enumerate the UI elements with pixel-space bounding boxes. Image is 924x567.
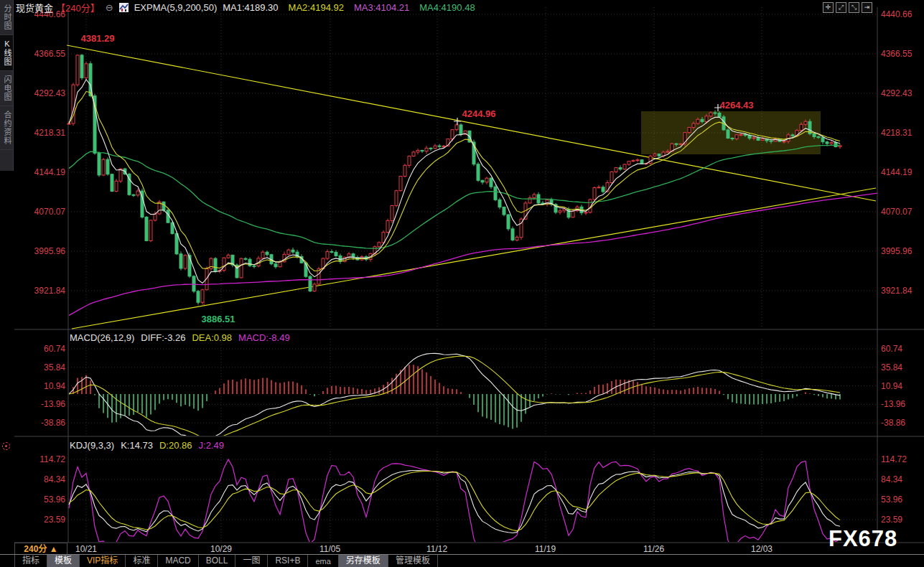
- ma1-value: MA1:4189.30: [223, 2, 278, 13]
- macd-header: MACD(26,12,9)DIFF:-3.26DEA:0.98MACD:-8.4…: [70, 332, 297, 343]
- kdj-header-segment: K:14.73: [121, 440, 153, 451]
- fractal-arrow-icon[interactable]: ↓: [202, 299, 206, 306]
- toolbar-tab-11[interactable]: 管理模板: [388, 555, 438, 567]
- minus-circle-icon[interactable]: ⊖: [106, 2, 113, 13]
- price-axis-label[interactable]: 4144.19: [881, 167, 912, 177]
- macd-axis-label[interactable]: -38.86: [881, 418, 905, 428]
- macd-axis-label[interactable]: 10.94: [15, 381, 65, 391]
- date-label[interactable]: 11/19: [535, 544, 556, 554]
- price-axis-label[interactable]: 4292.43: [881, 88, 912, 98]
- kdj-header-segment: KDJ(9,3,3): [70, 440, 114, 451]
- toolbar-tab-3[interactable]: VIP指标: [80, 555, 126, 567]
- kdj-axis-label[interactable]: 23.59: [15, 515, 65, 525]
- kdj-header: KDJ(9,3,3)K:14.73D:20.86J:2.49: [70, 440, 230, 451]
- macd-axis-label[interactable]: -13.96: [881, 399, 905, 409]
- period-selector-label: 240分: [24, 544, 47, 554]
- macd-header-segment: MACD(26,12,9): [70, 332, 134, 343]
- date-label[interactable]: 10/29: [210, 544, 232, 554]
- kdj-header-segment: J:2.49: [199, 440, 224, 451]
- price-annotation[interactable]: 3886.51: [202, 314, 235, 324]
- date-label[interactable]: 10/21: [75, 544, 97, 554]
- kdj-axis-label[interactable]: 114.72: [881, 454, 907, 464]
- kdj-axis-label[interactable]: 53.96: [881, 495, 902, 505]
- price-axis-label[interactable]: 4366.55: [881, 49, 912, 59]
- ma4-value: MA4:4190.48: [419, 2, 475, 13]
- window-toolbar-icons: ✛⤢⤡⇥: [823, 2, 872, 13]
- price-axis-label[interactable]: 4218.31: [15, 128, 65, 138]
- macd-axis-label[interactable]: 60.74: [15, 344, 65, 354]
- kdj-header-segment: D:20.86: [159, 440, 192, 451]
- toolbar-tab-5[interactable]: MACD: [158, 555, 198, 567]
- kdj-axis-label[interactable]: 53.96: [15, 495, 65, 505]
- kdj-axis-label[interactable]: 23.59: [881, 515, 902, 525]
- macd-axis-label[interactable]: -38.86: [15, 418, 65, 428]
- price-axis-label[interactable]: 3995.96: [881, 246, 912, 256]
- toolbar-tab-6[interactable]: BOLL: [199, 555, 236, 567]
- macd-axis-label[interactable]: 35.84: [15, 362, 65, 372]
- period-label: 【240分】: [56, 1, 100, 14]
- price-annotation[interactable]: 4381.29: [81, 33, 115, 44]
- price-axis-label[interactable]: 4366.55: [15, 49, 65, 59]
- price-axis-label[interactable]: 3995.96: [15, 246, 65, 256]
- kdj-axis-label[interactable]: 114.72: [15, 454, 65, 464]
- kline-chart-icon[interactable]: [119, 3, 129, 12]
- kdj-axis-label[interactable]: 84.34: [15, 474, 65, 484]
- period-up-arrow-icon: ▲: [50, 544, 58, 554]
- watermark: FX678: [829, 526, 897, 552]
- macd-axis-label[interactable]: 35.84: [881, 362, 902, 372]
- macd-axis-label[interactable]: 60.74: [881, 344, 902, 354]
- pan-right-icon[interactable]: ⇥: [862, 2, 872, 13]
- ma2-value: MA2:4194.92: [289, 2, 344, 13]
- macd-header-segment: DIFF:-3.26: [141, 332, 185, 343]
- macd-header-segment: MACD:-8.49: [238, 332, 290, 343]
- symbol-title: 现货黄金: [16, 1, 53, 14]
- indicator-name: EXPMA(5,9,200,50): [134, 2, 218, 13]
- y-axis-zoom-icon[interactable]: ⤡: [849, 2, 859, 13]
- macd-header-segment: DEA:0.98: [192, 332, 232, 343]
- price-axis-label[interactable]: 4144.19: [15, 167, 65, 177]
- toolbar-tab-1[interactable]: 指标: [14, 555, 47, 567]
- price-axis-label[interactable]: 4218.31: [881, 128, 912, 138]
- price-axis-label[interactable]: 4070.07: [15, 207, 65, 217]
- price-annotation[interactable]: 4264.43: [720, 100, 754, 111]
- toolbar-tab-4[interactable]: 标准: [126, 555, 158, 567]
- toolbar-tab-8[interactable]: RSI+B: [268, 555, 308, 567]
- macd-axis-label[interactable]: -13.96: [15, 399, 65, 409]
- kdj-axis-label[interactable]: 84.34: [881, 474, 902, 484]
- chart-header: 现货黄金 【240分】 ⊖ EXPMA(5,9,200,50) MA1:4189…: [16, 0, 924, 14]
- toolbar-tab-2[interactable]: 模板: [47, 555, 80, 567]
- crosshair-icon[interactable]: ✛: [823, 2, 834, 13]
- price-axis-label[interactable]: 4292.43: [15, 88, 65, 98]
- indicator-toggle-icon[interactable]: [2, 442, 10, 450]
- ma3-value: MA3:4104.21: [354, 2, 409, 13]
- bottom-toolbar: 指标模板VIP指标标准MACDBOLL一图RSI+Bema另存模板管理模板: [0, 554, 924, 567]
- date-label[interactable]: 12/03: [751, 544, 773, 554]
- date-label[interactable]: 11/26: [643, 544, 664, 554]
- price-axis-label[interactable]: 4070.07: [881, 207, 912, 217]
- price-chart-canvas[interactable]: [0, 0, 924, 567]
- toolbar-tab-10[interactable]: 另存模板: [339, 555, 388, 567]
- toolbar-tab-7[interactable]: 一图: [235, 555, 268, 567]
- app-window: 分时图K线图闪电图合约资料 现货黄金 【240分】 ⊖ EXPMA(5,9,20…: [0, 0, 924, 567]
- toolbar-tab-9[interactable]: ema: [308, 555, 338, 567]
- macd-axis-label[interactable]: 10.94: [881, 381, 902, 391]
- price-axis-label[interactable]: 3921.84: [881, 286, 912, 296]
- x-axis-zoom-icon[interactable]: ⤢: [836, 2, 846, 13]
- price-annotation[interactable]: 4244.96: [462, 108, 496, 119]
- date-label[interactable]: 11/05: [319, 544, 340, 554]
- date-label[interactable]: 11/12: [426, 544, 447, 554]
- ma-legend: MA1:4189.30MA2:4194.92MA3:4104.21MA4:419…: [223, 2, 475, 13]
- price-axis-label[interactable]: 3921.84: [15, 286, 65, 296]
- fractal-arrow-icon[interactable]: ↑: [197, 300, 200, 307]
